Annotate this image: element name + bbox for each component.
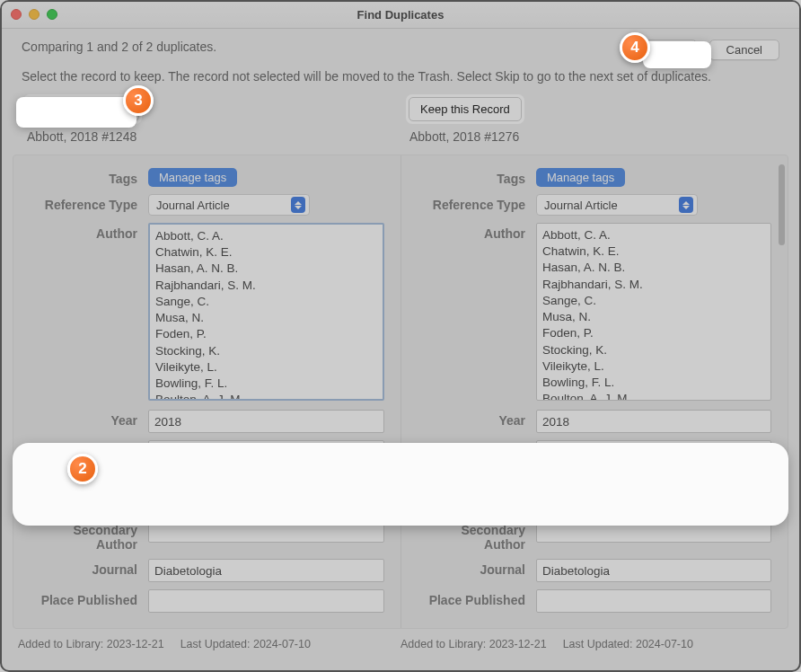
label-sec-author: Secondary Author	[418, 519, 536, 552]
zoom-icon[interactable]	[47, 9, 57, 20]
year-field[interactable]: 2018	[148, 410, 384, 433]
instruction-text: Select the record to keep. The record no…	[2, 64, 799, 94]
reference-type-select[interactable]: Journal Article	[536, 194, 698, 216]
skip-button[interactable]: Skip	[639, 40, 696, 60]
label-sec-author: Secondary Author	[30, 519, 148, 552]
label-author: Author	[418, 223, 536, 241]
label-tags: Tags	[30, 168, 148, 186]
close-icon[interactable]	[11, 9, 22, 20]
reference-type-select[interactable]: Journal Article	[148, 194, 310, 216]
secondary-author-field[interactable]	[148, 519, 384, 543]
added-date-left: 2023-12-21	[107, 638, 164, 650]
label-year: Year	[30, 410, 148, 428]
label-title: Title	[418, 440, 536, 458]
place-published-field[interactable]	[148, 589, 384, 613]
reference-type-value: Journal Article	[156, 199, 230, 212]
journal-field[interactable]: Diabetologia	[536, 559, 771, 582]
label-author: Author	[30, 223, 148, 241]
scroll-thumb[interactable]	[779, 164, 785, 245]
label-journal: Journal	[30, 559, 148, 577]
journal-field[interactable]: Diabetologia	[148, 559, 384, 582]
author-field[interactable]: Abbott, C. A. Chatwin, K. E. Hasan, A. N…	[536, 223, 771, 401]
label-title: Title	[30, 440, 148, 458]
titlebar: Find Duplicates	[2, 2, 799, 29]
updated-date-right: 2024-07-10	[636, 638, 693, 650]
updated-date-left: 2024-07-10	[253, 638, 311, 650]
place-published-field[interactable]	[536, 589, 771, 613]
added-date-right: 2023-12-21	[489, 638, 547, 650]
minimize-icon[interactable]	[29, 9, 40, 20]
label-place: Place Published	[418, 589, 536, 607]
keep-record-right-button[interactable]: Keep this Record	[409, 97, 522, 121]
dialog-window: Find Duplicates Comparing 1 and 2 of 2 d…	[0, 0, 801, 672]
year-field[interactable]: 2018	[536, 410, 771, 433]
compare-panels: Tags Manage tags Reference Type Journal …	[13, 155, 788, 629]
label-ref-type: Reference Type	[418, 194, 536, 212]
secondary-author-field[interactable]	[536, 519, 771, 543]
window-title: Find Duplicates	[357, 8, 445, 22]
record-panel-right: Tags Manage tags Reference Type Journal …	[400, 155, 788, 628]
record-id-right: Abbott, 2018 #1276	[409, 129, 783, 144]
label-journal: Journal	[418, 559, 536, 577]
stepper-icon	[291, 197, 305, 213]
keep-record-left-button[interactable]: Keep this Record	[26, 97, 139, 121]
label-place: Place Published	[30, 589, 148, 607]
label-tags: Tags	[418, 168, 536, 186]
reference-type-value: Journal Article	[544, 199, 618, 212]
record-id-left: Abbott, 2018 #1248	[27, 129, 400, 144]
title-field[interactable]: Novel plantar pressure-sensing smart ins…	[536, 440, 771, 510]
record-panel-left: Tags Manage tags Reference Type Journal …	[13, 155, 400, 628]
cancel-button[interactable]: Cancel	[709, 40, 779, 60]
manage-tags-button[interactable]: Manage tags	[148, 168, 237, 187]
label-ref-type: Reference Type	[30, 194, 148, 212]
stepper-icon	[679, 197, 693, 213]
manage-tags-button[interactable]: Manage tags	[536, 168, 625, 187]
author-field[interactable]: Abbott, C. A. Chatwin, K. E. Hasan, A. N…	[148, 223, 384, 401]
label-year: Year	[418, 410, 536, 428]
title-field[interactable]: Novel plantar pressure-sensing smart ins…	[148, 440, 384, 510]
scrollbar[interactable]	[777, 161, 786, 623]
comparison-summary: Comparing 1 and 2 of 2 duplicates.	[22, 40, 216, 54]
footer-metadata: Added to Library: 2023-12-21 Last Update…	[2, 629, 799, 650]
window-controls	[11, 9, 57, 20]
